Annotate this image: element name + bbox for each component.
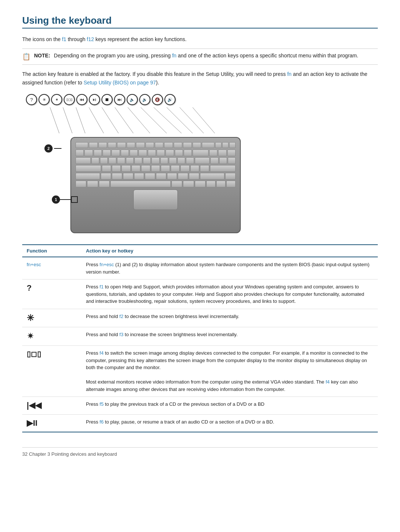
setup-utility-link[interactable]: Setup Utility (BIOS) on page 97: [84, 80, 156, 86]
function-cell-f5: |◀◀: [22, 397, 81, 414]
f6-icon: ▶II: [27, 418, 37, 428]
note-label-text: NOTE:: [34, 53, 50, 58]
footer-text: 32 Chapter 3 Pointing devices and keyboa…: [22, 451, 117, 457]
svg-line-8: [154, 107, 181, 133]
f1-icon: ?: [27, 283, 31, 292]
function-cell-f6: ▶II: [22, 414, 81, 432]
f3-icon: ✴: [27, 331, 34, 341]
key-icon-f5: ⏮: [76, 94, 87, 105]
key-icon-f9: 🔈: [127, 94, 138, 105]
key-icon-f11: 🔇: [152, 94, 163, 105]
table-row: fn+esc Press fn+esc (1) and (2) to displ…: [22, 257, 378, 280]
table-row: |◀◀ Press f5 to play the previous track …: [22, 397, 378, 414]
key-icon-f4: ▯◻▯: [64, 94, 75, 105]
label-1: 1: [52, 195, 60, 204]
svg-line-5: [115, 107, 133, 133]
diagram-lines: [44, 107, 252, 137]
svg-line-1: [63, 107, 72, 133]
key-icon-f8: ⏭: [114, 94, 125, 105]
key-icon-f6: ⏯: [89, 94, 100, 105]
action-cell-f4: Press f4 to switch the screen image amon…: [81, 346, 378, 397]
function-table: Function Action key or hotkey fn+esc Pre…: [22, 244, 378, 432]
svg-line-4: [102, 107, 119, 133]
col-header-function: Function: [22, 245, 81, 257]
action-cell-f3: Press and hold f3 to increase the screen…: [81, 327, 378, 346]
body-paragraph: The action key feature is enabled at the…: [22, 70, 378, 87]
svg-line-11: [193, 107, 215, 133]
table-row: ▶II Press f6 to play, pause, or resume a…: [22, 414, 378, 432]
action-cell-f1: Press f1 to open Help and Support, which…: [81, 280, 378, 309]
function-cell-f1: ?: [22, 280, 81, 309]
note-block: 📋 NOTE: Depending on the program you are…: [22, 48, 378, 65]
f12-link[interactable]: f12: [87, 36, 94, 42]
key-icon-f1: ?: [26, 94, 37, 105]
table-row: ? Press f1 to open Help and Support, whi…: [22, 280, 378, 309]
action-cell-fnesc: Press fn+esc (1) and (2) to display info…: [81, 257, 378, 280]
page-title: Using the keyboard: [22, 15, 378, 29]
f2-icon: ✳: [27, 313, 34, 323]
function-cell-f3: ✴: [22, 327, 81, 346]
table-row: ▯◻▯ Press f4 to switch the screen image …: [22, 346, 378, 397]
function-cell-f4: ▯◻▯: [22, 346, 81, 397]
fn-link-body[interactable]: fn: [287, 71, 291, 77]
keyboard-diagram-container: ? ✳ ✴ ▯◻▯ ⏮ ⏯ ⏹ ⏭ 🔈 🔉 🔇 🔊 2: [22, 94, 378, 233]
intro-paragraph: The icons on the f1 through f12 keys rep…: [22, 35, 378, 43]
keyboard-touchpad: [133, 190, 178, 210]
page-footer: 32 Chapter 3 Pointing devices and keyboa…: [22, 447, 378, 457]
svg-line-9: [167, 107, 193, 133]
label-2: 2: [44, 144, 53, 153]
svg-line-7: [141, 107, 167, 133]
key-icons-row: ? ✳ ✴ ▯◻▯ ⏮ ⏯ ⏹ ⏭ 🔈 🔉 🔇 🔊: [22, 94, 378, 105]
key-icon-f2: ✳: [39, 94, 50, 105]
keyboard-main-rows: [76, 150, 236, 187]
key-icon-f3: ✴: [51, 94, 62, 105]
f1-link[interactable]: f1: [62, 36, 66, 42]
keyboard-fn-row: [76, 142, 236, 148]
svg-line-2: [76, 107, 85, 133]
col-header-action: Action key or hotkey: [81, 245, 378, 257]
fn-link-note[interactable]: fn: [172, 53, 177, 58]
keyboard-body: [70, 137, 241, 233]
action-cell-f2: Press and hold f2 to decrease the screen…: [81, 309, 378, 327]
f5-icon: |◀◀: [27, 401, 41, 410]
svg-line-10: [180, 107, 204, 133]
svg-line-0: [50, 107, 59, 133]
svg-line-6: [128, 107, 150, 133]
svg-line-3: [89, 107, 104, 133]
note-label: 📋 NOTE:: [22, 53, 50, 61]
action-cell-f5: Press f5 to play the previous track of a…: [81, 397, 378, 414]
fn-esc-label: fn+esc: [27, 262, 41, 267]
key-icon-f10: 🔉: [139, 94, 150, 105]
key-icon-f12: 🔊: [164, 94, 176, 105]
function-cell-f2: ✳: [22, 309, 81, 327]
action-cell-f6: Press f6 to play, pause, or resume a tra…: [81, 414, 378, 432]
function-cell-fnesc: fn+esc: [22, 257, 81, 280]
table-row: ✳ Press and hold f2 to decrease the scre…: [22, 309, 378, 327]
note-content: Depending on the program you are using, …: [54, 53, 359, 61]
table-row: ✴ Press and hold f3 to increase the scre…: [22, 327, 378, 346]
f4-icon: ▯◻▯: [27, 350, 41, 358]
key-icon-f7: ⏹: [101, 94, 113, 105]
